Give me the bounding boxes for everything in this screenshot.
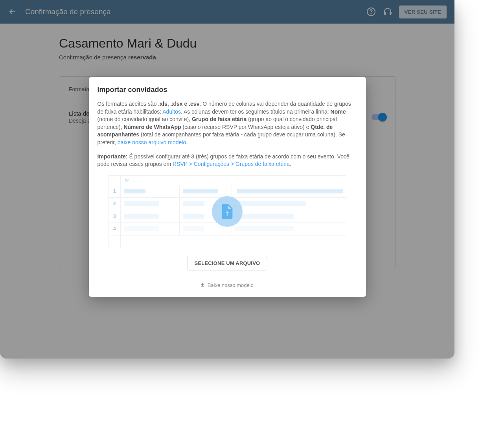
rsvp-settings-link[interactable]: RSVP > Configurações > Grupos de faixa e… <box>173 161 290 167</box>
txt-bold: Número de WhatsApp <box>123 124 181 130</box>
txt-bold: .xls, .xlsx e .csv <box>158 101 199 107</box>
modal-overlay[interactable]: Importar convidados Os formatos aceitos … <box>0 0 454 359</box>
download-model-link[interactable]: Baixe nosso modelo. <box>97 282 357 288</box>
fx-label: fx <box>121 175 346 185</box>
spreadsheet-preview: fx 1 2 3 4 <box>109 175 346 248</box>
download-template-link[interactable]: baixe nosso arquivo modelo. <box>118 139 188 145</box>
txt-bold: Grupo de faixa etária <box>192 116 246 122</box>
upload-file-icon <box>212 196 243 227</box>
txt: . As colunas devem ter os seguintes títu… <box>181 108 331 115</box>
download-icon <box>200 282 205 288</box>
adults-link[interactable]: Adultos <box>162 108 181 115</box>
txt-bold: Importante: <box>97 153 128 160</box>
txt: (nome do convidado igual ao convite), <box>97 116 192 122</box>
txt-bold: Nome <box>331 108 346 115</box>
modal-paragraph-2: Importante: É possível configurar até 3 … <box>97 153 357 168</box>
row-num: 2 <box>109 197 121 210</box>
select-file-button[interactable]: SELECIONE UM ARQUIVO <box>187 256 268 270</box>
txt: Os formatos aceitos são <box>97 101 158 107</box>
modal-actions: SELECIONE UM ARQUIVO <box>97 256 357 270</box>
row-num: 1 <box>109 185 121 197</box>
download-model-label: Baixe nosso modelo. <box>208 282 255 288</box>
app-frame: Confirmação de presença VER SEU SITE Cas… <box>0 0 454 359</box>
import-guests-modal: Importar convidados Os formatos aceitos … <box>89 77 366 297</box>
modal-paragraph-1: Os formatos aceitos são .xls, .xlsx e .c… <box>97 100 357 147</box>
row-num: 3 <box>109 210 121 223</box>
txt: . <box>290 161 291 167</box>
row-num: 4 <box>109 223 121 235</box>
txt: (caso o recurso RSVP por WhatsApp esteja… <box>181 124 311 130</box>
modal-title: Importar convidados <box>97 86 357 94</box>
